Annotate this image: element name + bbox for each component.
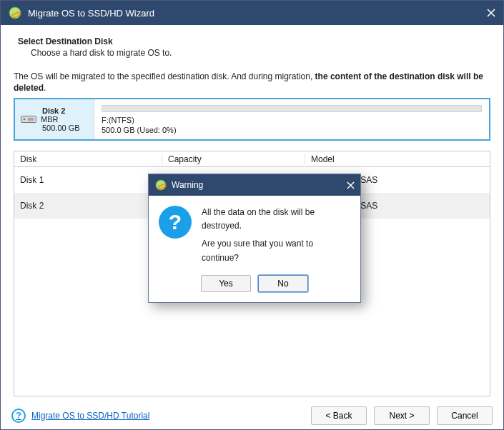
app-icon: [154, 179, 167, 191]
selected-disk-panel[interactable]: Disk 2 MBR 500.00 GB F:(NTFS): [14, 98, 490, 141]
cancel-button[interactable]: Cancel: [437, 406, 493, 425]
tutorial-link-label: Migrate OS to SSD/HD Tutorial: [31, 411, 149, 421]
dialog-title: Warning: [172, 180, 203, 190]
back-button[interactable]: < Back: [311, 406, 367, 425]
notice-text-pre: The OS will be migrated to the specified…: [14, 71, 315, 81]
warning-dialog: Warning ? All the data on the disk will …: [148, 174, 361, 303]
question-icon: ?: [159, 206, 192, 239]
page-heading: Select Destination Disk: [18, 36, 490, 46]
dialog-buttons: Yes No: [149, 271, 360, 302]
partition-label: F:(NTFS): [102, 115, 482, 125]
selected-disk-partitions: F:(NTFS) 500.0 GB (Used: 0%): [94, 99, 489, 139]
app-icon: [8, 6, 22, 20]
wizard-footer: ? Migrate OS to SSD/HD Tutorial < Back N…: [1, 401, 503, 429]
hard-drive-icon: [21, 116, 36, 123]
column-header-capacity[interactable]: Capacity: [162, 154, 305, 164]
table-header: Disk Capacity Model: [14, 151, 490, 167]
dialog-line1: All the data on the disk will be destroy…: [202, 206, 350, 233]
column-header-disk[interactable]: Disk: [14, 154, 162, 164]
partition-usage-bar: [102, 105, 482, 111]
dialog-close-icon[interactable]: [340, 174, 360, 196]
dialog-titlebar: Warning: [149, 174, 360, 196]
next-button[interactable]: Next >: [374, 406, 430, 425]
column-header-model[interactable]: Model: [305, 154, 490, 164]
window-title: Migrate OS to SSD/HD Wizard: [28, 8, 154, 19]
close-icon[interactable]: [479, 1, 503, 25]
dialog-line2: Are you sure that you want to continue?: [202, 237, 350, 264]
no-button[interactable]: No: [258, 275, 308, 292]
cell-disk: Disk 2: [14, 201, 162, 211]
selected-disk-name: Disk 2: [42, 106, 65, 115]
selected-disk-scheme: MBR: [41, 115, 58, 124]
svg-rect-4: [28, 118, 34, 121]
selected-disk-summary: Disk 2 MBR 500.00 GB: [15, 99, 94, 139]
tutorial-link[interactable]: ? Migrate OS to SSD/HD Tutorial: [11, 409, 149, 423]
yes-button[interactable]: Yes: [201, 275, 251, 292]
selected-disk-size: 500.00 GB: [42, 124, 80, 132]
help-icon: ?: [11, 409, 26, 423]
warning-notice: The OS will be migrated to the specified…: [14, 71, 490, 94]
svg-point-3: [24, 119, 26, 121]
notice-text-post: .: [44, 83, 46, 93]
partition-usage-text: 500.0 GB (Used: 0%): [102, 125, 482, 135]
window-titlebar: Migrate OS to SSD/HD Wizard: [1, 1, 503, 25]
heading-block: Select Destination Disk Choose a hard di…: [18, 36, 490, 58]
page-subheading: Choose a hard disk to migrate OS to.: [31, 48, 490, 58]
dialog-body: ? All the data on the disk will be destr…: [149, 196, 360, 271]
cell-disk: Disk 1: [14, 175, 162, 185]
dialog-message: All the data on the disk will be destroy…: [202, 206, 350, 265]
